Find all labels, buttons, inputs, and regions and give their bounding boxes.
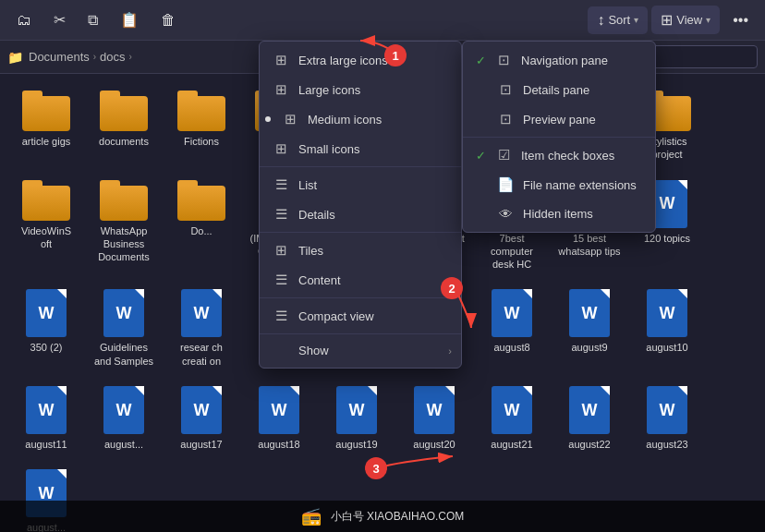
word-icon-guidelines: W (103, 289, 144, 337)
view-btn[interactable]: ⊞ View ▾ (651, 6, 720, 34)
badge-3: 3 (365, 457, 387, 479)
watermark-bar: 📻 小白号 XIAOBAIHAO.COM (0, 501, 765, 532)
file-item-august23[interactable]: W august23 (632, 381, 702, 456)
menu-content[interactable]: ☰ Content (260, 265, 461, 295)
word-icon-august23: W (647, 386, 687, 434)
menu-details-pane[interactable]: ⊡ Details pane (463, 75, 655, 104)
menu-details[interactable]: ☰ Details (260, 200, 461, 229)
file-label-documents: documents (99, 135, 149, 148)
menu-item-checkboxes[interactable]: ✓ ☑ Item check boxes (463, 140, 655, 170)
folder-icon-article-gigs (22, 91, 70, 131)
file-item-350-2[interactable]: W 350 (2) (11, 284, 81, 373)
file-label-fictions: Fictions (184, 135, 219, 148)
file-item-august17[interactable]: W august17 (166, 381, 237, 456)
file-label-research: resear ch creati on (170, 341, 233, 368)
menu-tiles[interactable]: ⊞ Tiles (260, 236, 461, 265)
view-dropdown: ⊞ Extra large icons ⊞ Large icons ⊞ Medi… (259, 41, 462, 369)
file-item-article-gigs[interactable]: article gigs (11, 85, 81, 167)
file-item-fictions[interactable]: Fictions (166, 85, 237, 167)
file-item-august12[interactable]: W august... (89, 381, 159, 456)
menu-file-extensions[interactable]: 📄 File name extensions (463, 170, 655, 200)
menu-extra-large-icons[interactable]: ⊞ Extra large icons (260, 45, 461, 75)
menu-medium-icons[interactable]: ⊞ Medium icons (260, 104, 461, 134)
compact-label: Compact view (298, 309, 374, 323)
breadcrumb-item[interactable]: Documents (29, 50, 90, 64)
sort-chevron: ▾ (634, 15, 638, 25)
file-label-august19: august19 (335, 438, 377, 451)
file-label-august17: august17 (180, 438, 222, 451)
separator-2 (260, 232, 461, 233)
file-item-august22[interactable]: W august22 (554, 381, 625, 456)
file-label-article-gigs: article gigs (22, 135, 71, 148)
file-label-august9: august9 (571, 341, 607, 354)
menu-list[interactable]: ☰ List (260, 170, 461, 200)
medium-label: Medium icons (308, 113, 382, 127)
cut-btn[interactable]: ✂ (44, 6, 75, 34)
preview-pane-icon: ⊡ (497, 111, 514, 127)
file-item-august18[interactable]: W august18 (244, 381, 314, 456)
file-label-august18: august18 (258, 438, 299, 451)
file-item-documents[interactable]: documents (89, 85, 159, 167)
menu-large-icons[interactable]: ⊞ Large icons (260, 75, 461, 104)
menu-preview-pane[interactable]: ⊡ Preview pane (463, 104, 655, 134)
word-icon-august9: W (569, 289, 610, 337)
new-folder-icon: 🗂 (17, 12, 31, 29)
file-item-august11[interactable]: W august11 (11, 381, 81, 456)
file-label-august21: august21 (491, 438, 532, 451)
menu-compact-view[interactable]: ☰ Compact view (260, 301, 461, 331)
word-icon-august18: W (259, 386, 299, 434)
sort-label: Sort (608, 13, 630, 27)
word-icon-august11: W (26, 386, 67, 434)
file-item-research[interactable]: W resear ch creati on (166, 284, 237, 373)
file-label-august12: august... (104, 438, 143, 451)
separator-4 (260, 333, 461, 334)
content-label: Content (298, 273, 341, 287)
word-icon-august12: W (103, 386, 144, 434)
menu-hidden-items[interactable]: 👁 Hidden items (463, 200, 655, 228)
details-pane-label: Details pane (523, 83, 589, 97)
file-item-videowinsoft[interactable]: VideoWinS oft (11, 175, 81, 277)
copy-btn[interactable]: ⧉ (79, 6, 107, 34)
menu-navigation-pane[interactable]: ✓ ⊡ Navigation pane (463, 45, 655, 75)
file-item-august10[interactable]: W august10 (632, 284, 702, 373)
paste-icon: 📋 (120, 11, 139, 29)
file-item-august20[interactable]: W august20 (399, 381, 469, 456)
file-label-120-topics: 120 topics (644, 232, 690, 245)
more-btn[interactable]: ••• (723, 6, 758, 34)
word-icon-august20: W (414, 386, 455, 434)
file-label-august23: august23 (646, 438, 687, 451)
radio-icon: 📻 (301, 506, 322, 526)
file-label-folder-doc: Do... (190, 224, 212, 237)
word-icon-august10: W (647, 289, 687, 337)
sort-icon: ↕ (597, 12, 604, 29)
cut-icon: ✂ (54, 11, 66, 29)
compact-icon: ☰ (273, 308, 289, 324)
paste-btn[interactable]: 📋 (111, 6, 148, 34)
item-checkboxes-label: Item check boxes (521, 149, 614, 163)
file-item-whatsapp-biz[interactable]: WhatsApp Business Documents (89, 175, 159, 277)
delete-btn[interactable]: 🗑 (152, 6, 185, 34)
menu-small-icons[interactable]: ⊞ Small icons (260, 134, 461, 163)
file-item-august19[interactable]: W august19 (322, 381, 392, 456)
large-icon: ⊞ (273, 81, 289, 98)
file-item-august21[interactable]: W august21 (477, 381, 547, 456)
file-item-folder-doc[interactable]: Do... (166, 175, 237, 277)
word-icon-august22: W (569, 386, 610, 434)
toolbar: 🗂 ✂ ⧉ 📋 🗑 ↕ Sort ▾ ⊞ View ▾ ••• (0, 0, 765, 41)
folder-icon-whatsapp-biz (100, 180, 148, 221)
folder-icon-small: 📁 (7, 50, 23, 65)
show-label: Show (298, 344, 329, 357)
menu-show[interactable]: Show › (260, 337, 461, 364)
file-label-august20: august20 (413, 438, 455, 451)
breadcrumb-item-docs[interactable]: docs (100, 50, 125, 64)
word-icon-research: W (181, 289, 222, 337)
file-item-august9[interactable]: W august9 (554, 284, 625, 373)
word-icon-august17: W (181, 386, 222, 434)
view-icon: ⊞ (661, 11, 673, 29)
word-icon-august21: W (492, 386, 532, 434)
file-item-guidelines[interactable]: W Guidelines and Samples (89, 284, 159, 373)
new-folder-btn[interactable]: 🗂 (7, 6, 41, 34)
file-item-august8[interactable]: W august8 (477, 284, 547, 373)
small-label: Small icons (298, 142, 359, 156)
sort-btn[interactable]: ↕ Sort ▾ (588, 6, 648, 34)
